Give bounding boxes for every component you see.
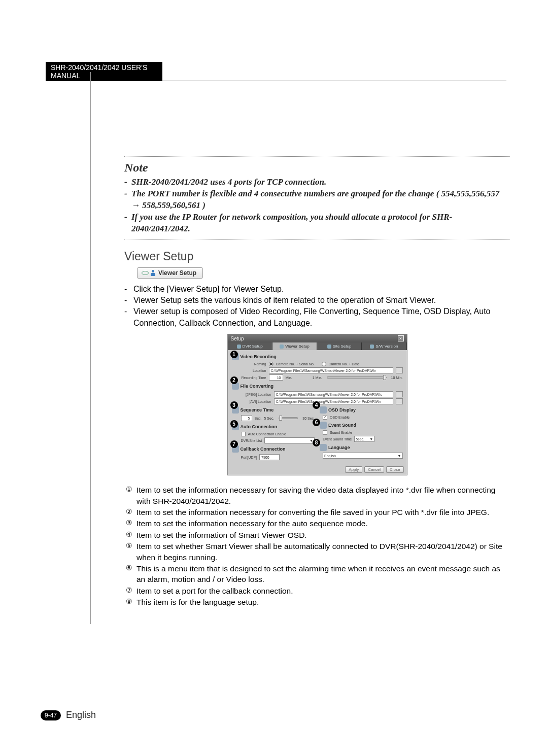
info-icon (370, 345, 374, 349)
dvrsite-dropdown[interactable]: ▼ (264, 437, 315, 443)
intro-item: Click the [Viewer Setup] for Viewer Setu… (131, 284, 510, 295)
language-dropdown[interactable]: English▼ (323, 453, 403, 459)
tab-sw-version[interactable]: S/W Version (362, 342, 406, 350)
avi-loc-field[interactable]: C:\WProgram Files\WSamsung\WSmartViewer … (274, 398, 393, 404)
rectime-slider[interactable] (327, 376, 387, 379)
tab-site-setup[interactable]: Site Setup (317, 342, 362, 350)
desc-item: Item to set the information of Smart Vie… (135, 530, 510, 540)
panel-title: File Converting (241, 384, 274, 389)
autoconn-checkbox[interactable] (241, 432, 246, 436)
panel-language: 8 Language English▼ (320, 444, 403, 459)
naming-radio-date[interactable] (322, 362, 326, 366)
intro-item: Viewer setup is composed of Video Record… (131, 306, 510, 329)
content-column: Note -SHR-2040/2041/2042 uses 4 ports fo… (124, 137, 510, 607)
vertical-divider (90, 72, 91, 624)
circled-8: ⑧ (124, 597, 133, 606)
intro-list: -Click the [Viewer Setup] for Viewer Set… (124, 284, 510, 329)
desc-item: This is a menu item that is designed to … (135, 563, 510, 585)
naming-opt1: Camera No. + Serial No. (276, 362, 319, 366)
rectime-min: 1 Min. (313, 376, 322, 380)
circled-7: ⑦ (124, 586, 133, 595)
browse-button[interactable]: ... (396, 398, 403, 404)
browse-button[interactable]: ... (396, 367, 403, 373)
panel-video-recording: 1 Video Recording Naming Camera No. + Se… (232, 353, 403, 381)
header: SHR-2040/2041/2042 USER'S MANUAL (46, 62, 502, 81)
badge-7: 7 (230, 440, 238, 448)
person-icon (151, 270, 156, 276)
circled-2: ② (124, 507, 133, 516)
note-item: SHR-2040/2041/2042 uses 4 ports for TCP … (131, 177, 326, 188)
dialog-pane: 1 Video Recording Naming Camera No. + Se… (228, 350, 407, 464)
eye-icon (142, 271, 149, 275)
panel-event-sound: 6 Event Sound Sound Enable Event Sound T… (320, 422, 403, 442)
footer-language: English (66, 710, 96, 720)
dialog-title: Setup (231, 336, 244, 341)
note-item: If you use the IP Router for network com… (131, 212, 510, 235)
soundtime-dropdown[interactable]: 5sec.▼ (354, 436, 374, 442)
seq-slider[interactable] (279, 417, 298, 419)
port-field[interactable]: 7900 (259, 454, 280, 460)
sound-checkbox[interactable] (323, 430, 327, 435)
viewer-setup-button-illustration: Viewer Setup (137, 267, 510, 279)
seq-min: 5 Sec. (264, 417, 275, 420)
display-icon (320, 406, 327, 414)
autoconn-label: Auto Connection Enable (248, 432, 287, 436)
badge-4: 4 (313, 401, 320, 409)
tab-dvr-setup[interactable]: DVR Setup (228, 342, 272, 350)
dialog-titlebar: Setup × (228, 334, 407, 342)
header-rule (46, 81, 506, 81)
badge-8: 8 (313, 439, 320, 446)
description-list: ①Item to set the information necessary f… (124, 485, 510, 607)
dotted-rule (124, 239, 510, 239)
panel-title: Callback Connection (241, 446, 286, 452)
desc-item: Item to set a port for the callback conn… (135, 586, 510, 596)
footer: 9-47 English (41, 710, 96, 720)
avi-loc-label: [AVI] Location (241, 400, 271, 403)
circled-4: ④ (124, 530, 133, 539)
seq-max: 30 Sec. (302, 417, 315, 420)
rectime-unit: Min. (286, 376, 292, 380)
desc-item: Item to set whether Smart Viewer shall b… (135, 541, 510, 563)
osd-label: OSD Enable (330, 416, 350, 419)
apply-button[interactable]: Apply (345, 466, 362, 473)
header-text: SHR-2040/2041/2042 USER'S MANUAL (46, 62, 162, 81)
dvrsite-label: DVR/Site List (241, 439, 262, 442)
port-label: Port[UDP] (241, 456, 257, 459)
sound-label: Sound Enable (330, 431, 352, 434)
rectime-field[interactable]: 10 (269, 374, 283, 381)
location-field[interactable]: C:\WProgram Files\WSamsung\WSmartViewer … (269, 367, 393, 373)
jpeg-loc-field[interactable]: C:\WProgram Files\WSamsung\WSmartViewer … (274, 391, 393, 397)
globe-icon (327, 345, 331, 349)
circled-1: ① (124, 485, 133, 494)
badge-6: 6 (313, 419, 320, 426)
panel-auto-connection: 5 Auto Connection Auto Connection Enable… (232, 423, 315, 443)
badge-2: 2 (230, 376, 238, 384)
dialog-tabs: DVR Setup Viewer Setup Site Setup S/W Ve… (228, 342, 407, 350)
naming-radio-serial[interactable] (269, 362, 273, 366)
panel-title: Video Recording (241, 354, 277, 359)
badge-5: 5 (230, 420, 238, 428)
badge-3: 3 (230, 401, 238, 409)
page: SHR-2040/2041/2042 USER'S MANUAL Note -S… (0, 0, 548, 756)
badge-1: 1 (230, 351, 238, 358)
viewer-setup-button-label: Viewer Setup (158, 269, 196, 277)
note-item: The PORT number is flexible and 4 consec… (131, 188, 510, 212)
cancel-button[interactable]: Cancel (364, 466, 384, 473)
close-button[interactable]: Close (386, 466, 403, 473)
tab-viewer-setup[interactable]: Viewer Setup (272, 342, 317, 350)
browse-button[interactable]: ... (396, 391, 403, 397)
viewer-setup-button[interactable]: Viewer Setup (137, 267, 203, 279)
panel-title: Event Sound (328, 423, 356, 428)
desc-item: This item is for the language setup. (135, 597, 510, 607)
close-icon[interactable]: × (398, 335, 404, 341)
panel-title: Auto Connection (241, 424, 278, 429)
naming-opt2: Camera No. + Date (329, 362, 360, 366)
monitor-icon (237, 345, 241, 349)
rectime-label: Recording Time (241, 376, 266, 380)
globe-icon (320, 444, 327, 451)
circled-6: ⑥ (124, 563, 133, 572)
dialog-buttons: Apply Cancel Close (228, 464, 407, 475)
seq-field[interactable]: 5 (241, 415, 252, 421)
osd-checkbox[interactable]: ✓ (323, 415, 327, 420)
panel-title: OSD Display (328, 407, 356, 413)
